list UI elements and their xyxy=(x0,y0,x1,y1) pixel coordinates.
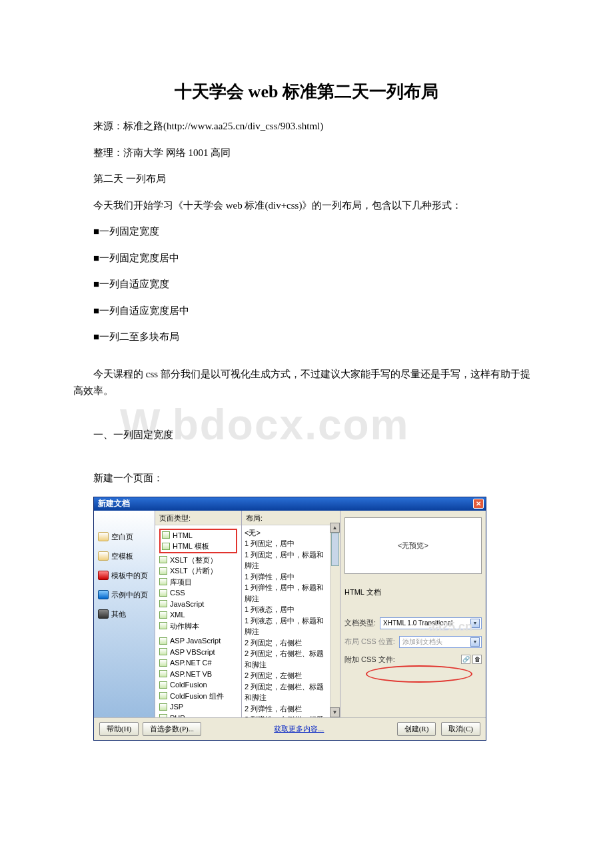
sidebar-item-label: 空模板 xyxy=(111,551,133,561)
list-item[interactable]: ASP JavaScript xyxy=(158,635,239,647)
layout-type-list: ■一列固定宽度 ■一列固定宽度居中 ■一列自适应宽度 ■一列自适应宽度居中 ■一… xyxy=(73,223,540,346)
file-icon xyxy=(159,600,167,607)
file-icon xyxy=(159,714,167,717)
file-icon xyxy=(159,648,167,655)
scrollbar-track[interactable] xyxy=(330,533,340,707)
list-item[interactable]: 2 列固定，右侧栏 xyxy=(245,637,329,649)
list-item[interactable]: 2 列固定，右侧栏、标题和脚注 xyxy=(245,648,329,670)
template-icon xyxy=(98,551,109,561)
list-item: ■一列自适应宽度 xyxy=(73,276,540,293)
list-item[interactable]: JavaScript xyxy=(158,599,239,610)
new-page-label: 新建一个页面： xyxy=(73,470,540,487)
list-item[interactable]: 2 列固定，左侧栏 xyxy=(245,670,329,681)
list-item[interactable]: 1 列弹性，居中，标题和脚注 xyxy=(245,582,329,604)
list-item[interactable]: HTML 模板 xyxy=(161,541,236,552)
list-item[interactable]: ASP VBScript xyxy=(158,647,239,658)
close-icon[interactable]: ✕ xyxy=(473,499,484,509)
doc-description: HTML 文档 xyxy=(344,587,482,597)
list-item[interactable]: HTML xyxy=(161,530,236,541)
scrollbar-thumb[interactable] xyxy=(331,533,339,566)
remove-css-icon[interactable]: 🗑 xyxy=(472,655,482,664)
new-document-dialog: 新建文档 ✕ 空白页 空模板 模板中的页 示例中的页 其他 页面类型: HTML… xyxy=(93,497,486,741)
source-line: 来源：标准之路(http://www.aa25.cn/div_css/903.s… xyxy=(73,118,540,135)
list-item[interactable]: 2 列弹性，右侧栏 xyxy=(245,703,329,715)
list-item: ■一列固定宽度 xyxy=(73,223,540,241)
doctype-label: 文档类型: xyxy=(344,618,376,628)
scroll-down-icon[interactable]: ▼ xyxy=(330,707,340,717)
sidebar-item-blank-page[interactable]: 空白页 xyxy=(97,529,152,545)
sidebar-item-label: 空白页 xyxy=(111,532,133,542)
get-more-link[interactable]: 获取更多内容... xyxy=(274,724,324,734)
highlight-annotation: HTML HTML 模板 xyxy=(159,529,237,553)
cancel-button[interactable]: 取消(C) xyxy=(441,722,480,736)
file-icon xyxy=(159,637,167,645)
list-item[interactable]: XSLT（整页） xyxy=(158,555,239,566)
link-css-icon[interactable]: 🔗 xyxy=(461,655,470,664)
list-item: ■一列自适应宽度居中 xyxy=(73,303,540,320)
file-icon xyxy=(159,622,167,629)
preview-column: aa25.cn <无预览> HTML 文档 文档类型: XHTML 1.0 Tr… xyxy=(340,511,486,717)
file-icon xyxy=(159,659,167,667)
list-item[interactable]: XSLT（片断） xyxy=(158,565,239,577)
file-icon xyxy=(162,531,170,539)
sidebar-item-blank-template[interactable]: 空模板 xyxy=(97,549,152,564)
list-item[interactable]: 2 列弹性，右侧栏、标题和脚注 xyxy=(245,714,329,717)
highlight-annotation xyxy=(366,665,472,683)
help-button[interactable]: 帮助(H) xyxy=(99,722,139,736)
dialog-title: 新建文档 xyxy=(98,498,130,509)
preview-box: <无预览> xyxy=(344,517,482,574)
attach-css-row: 附加 CSS 文件: 🔗 🗑 xyxy=(344,655,482,665)
layout-css-value: 添加到文档头 xyxy=(402,637,442,647)
list-item[interactable]: 1 列液态，居中 xyxy=(245,604,329,615)
sidebar-item-sample-page[interactable]: 示例中的页 xyxy=(97,587,152,603)
list-item[interactable]: JSP xyxy=(158,701,239,713)
layout-column: 布局: <无> 1 列固定，居中 1 列固定，居中，标题和脚注 1 列弹性，居中… xyxy=(242,511,340,717)
file-icon xyxy=(159,681,167,689)
file-icon xyxy=(159,556,167,563)
category-sidebar: 空白页 空模板 模板中的页 示例中的页 其他 xyxy=(94,511,155,717)
list-item[interactable]: XML xyxy=(158,609,239,621)
sidebar-item-other[interactable]: 其他 xyxy=(97,607,152,622)
list-item[interactable]: 1 列固定，居中，标题和脚注 xyxy=(245,549,329,571)
file-icon xyxy=(162,543,170,550)
sidebar-item-template-page[interactable]: 模板中的页 xyxy=(97,568,152,583)
list-item[interactable]: 库项目 xyxy=(158,577,239,588)
list-item[interactable]: 1 列固定，居中 xyxy=(245,538,329,549)
page-icon xyxy=(98,532,109,541)
list-item: ■一列二至多块布局 xyxy=(73,329,540,346)
layout-css-row: 布局 CSS 位置: 添加到文档头 ▼ xyxy=(344,636,482,648)
create-button[interactable]: 创建(R) xyxy=(397,722,436,736)
list-item[interactable]: 动作脚本 xyxy=(158,621,239,632)
list-item[interactable]: ColdFusion xyxy=(158,679,239,691)
sidebar-item-label: 模板中的页 xyxy=(111,571,148,581)
file-icon xyxy=(159,578,167,585)
file-icon xyxy=(159,703,167,711)
inner-watermark: aa25.cn xyxy=(428,620,472,634)
list-item[interactable]: ASP.NET C# xyxy=(158,657,239,669)
list-item[interactable]: ASP.NET VB xyxy=(158,669,239,680)
document-body: 十天学会 web 标准第二天一列布局 来源：标准之路(http://www.aa… xyxy=(0,0,613,767)
file-icon xyxy=(159,589,167,597)
preferences-button[interactable]: 首选参数(P)... xyxy=(143,722,201,736)
chevron-down-icon: ▼ xyxy=(470,637,480,647)
preview-placeholder: <无预览> xyxy=(398,541,428,551)
list-item[interactable]: CSS xyxy=(158,587,239,599)
page-type-list[interactable]: HTML HTML 模板 XSLT（整页） XSLT（片断） 库项目 CSS J… xyxy=(155,525,241,717)
list-item: ■一列固定宽度居中 xyxy=(73,250,540,267)
list-item[interactable]: <无> xyxy=(245,527,329,539)
dialog-footer: 帮助(H) 首选参数(P)... 获取更多内容... 创建(R) 取消(C) xyxy=(94,717,486,740)
layout-list[interactable]: <无> 1 列固定，居中 1 列固定，居中，标题和脚注 1 列弹性，居中 1 列… xyxy=(242,525,340,717)
list-item[interactable]: ColdFusion 组件 xyxy=(158,691,239,702)
list-item[interactable]: 1 列液态，居中，标题和脚注 xyxy=(245,615,329,637)
css-note-paragraph: 今天课程的 css 部分我们是以可视化生成方式，不过建议大家能手写的尽量还是手写… xyxy=(73,366,540,400)
scroll-up-icon[interactable]: ▲ xyxy=(330,523,340,533)
list-item[interactable]: 2 列固定，左侧栏、标题和脚注 xyxy=(245,681,329,703)
list-item[interactable]: PHP xyxy=(158,713,239,717)
dialog-titlebar: 新建文档 ✕ xyxy=(94,497,486,511)
attach-css-label: 附加 CSS 文件: xyxy=(344,655,395,665)
layout-css-dropdown: 添加到文档头 ▼ xyxy=(399,636,482,648)
page-title: 十天学会 web 标准第二天一列布局 xyxy=(73,80,540,103)
layout-css-label: 布局 CSS 位置: xyxy=(344,637,395,647)
sidebar-item-label: 示例中的页 xyxy=(111,590,148,600)
list-item[interactable]: 1 列弹性，居中 xyxy=(245,571,329,583)
